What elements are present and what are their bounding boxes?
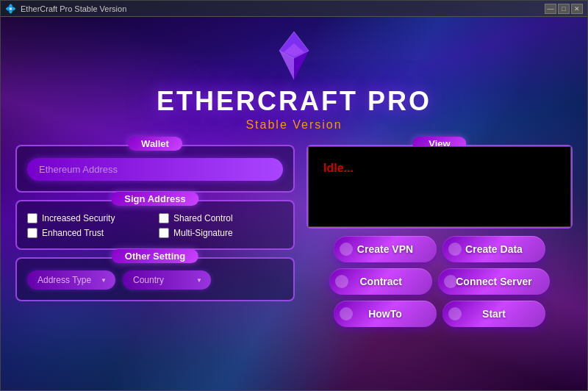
- view-box-wrapper: View Idle...: [306, 145, 573, 229]
- enhanced-trust-label: Enhanced Trust: [42, 228, 104, 238]
- titlebar-left: 💠 EtherCraft Pro Stable Version: [5, 4, 126, 14]
- increased-security-checkbox[interactable]: [27, 213, 37, 223]
- ethereum-address-input[interactable]: [27, 158, 283, 181]
- panels: Wallet Sign Address Increased Security: [1, 139, 587, 327]
- address-type-wrapper: Address Type P2PKH P2SH Bech32: [27, 270, 115, 290]
- left-panel: Wallet Sign Address Increased Security: [15, 145, 295, 327]
- sign-address-label: Sign Address: [111, 192, 198, 206]
- wallet-group: Wallet: [15, 145, 295, 193]
- app-title: ETHERCRAFT PRO: [157, 86, 431, 117]
- button-row-1: Create VPN Create Data: [306, 236, 573, 262]
- idle-text: Idle...: [316, 154, 361, 182]
- main-content: ETHERCRAFT PRO Stable Version Wallet Sig…: [1, 17, 587, 390]
- country-select[interactable]: Country USA UK Germany France China: [123, 270, 211, 290]
- checkbox-increased-security: Increased Security: [27, 213, 151, 223]
- create-data-button[interactable]: Create Data: [442, 236, 545, 262]
- multi-signature-label: Multi-Signature: [173, 228, 233, 238]
- address-type-select[interactable]: Address Type P2PKH P2SH Bech32: [27, 270, 115, 290]
- other-setting-group: Other Setting Address Type P2PKH P2SH Be…: [15, 257, 295, 301]
- button-row-3: HowTo Start: [306, 301, 573, 327]
- sign-address-group: Sign Address Increased Security Shared C…: [15, 200, 295, 250]
- create-vpn-button[interactable]: Create VPN: [334, 236, 437, 262]
- wallet-group-label: Wallet: [128, 137, 182, 151]
- checkbox-multi-signature: Multi-Signature: [159, 228, 283, 238]
- content-layer: ETHERCRAFT PRO Stable Version Wallet Sig…: [1, 17, 587, 390]
- titlebar: 💠 EtherCraft Pro Stable Version — □ ✕: [1, 1, 587, 17]
- increased-security-label: Increased Security: [42, 213, 115, 223]
- titlebar-title: EtherCraft Pro Stable Version: [21, 4, 126, 13]
- app-subtitle: Stable Version: [245, 118, 342, 132]
- window-controls: — □ ✕: [545, 4, 583, 14]
- right-buttons: Create VPN Create Data Contract Connect …: [306, 234, 573, 327]
- country-wrapper: Country USA UK Germany France China: [123, 270, 211, 290]
- shared-control-checkbox[interactable]: [159, 213, 169, 223]
- eth-logo: [272, 30, 316, 82]
- shared-control-label: Shared Control: [173, 213, 233, 223]
- dropdowns-container: Address Type P2PKH P2SH Bech32 Country U…: [27, 270, 283, 290]
- close-button[interactable]: ✕: [571, 4, 583, 14]
- view-area: Idle...: [308, 146, 571, 227]
- checkboxes-container: Increased Security Shared Control Enhanc…: [27, 213, 283, 238]
- maximize-button[interactable]: □: [558, 4, 570, 14]
- logo-area: ETHERCRAFT PRO Stable Version: [157, 30, 431, 132]
- enhanced-trust-checkbox[interactable]: [27, 228, 37, 238]
- multi-signature-checkbox[interactable]: [159, 228, 169, 238]
- button-row-2: Contract Connect Server: [306, 268, 573, 295]
- main-window: 💠 EtherCraft Pro Stable Version — □ ✕: [0, 0, 588, 391]
- contract-button[interactable]: Contract: [329, 268, 432, 295]
- checkbox-shared-control: Shared Control: [159, 213, 283, 223]
- app-icon: 💠: [5, 4, 16, 14]
- start-button[interactable]: Start: [442, 301, 545, 327]
- checkbox-enhanced-trust: Enhanced Trust: [27, 228, 151, 238]
- minimize-button[interactable]: —: [545, 4, 556, 14]
- howto-button[interactable]: HowTo: [334, 301, 437, 327]
- other-setting-label: Other Setting: [112, 249, 198, 263]
- connect-server-button[interactable]: Connect Server: [438, 268, 549, 295]
- right-panel: View Idle... Create VPN Create Data Cont…: [306, 145, 573, 327]
